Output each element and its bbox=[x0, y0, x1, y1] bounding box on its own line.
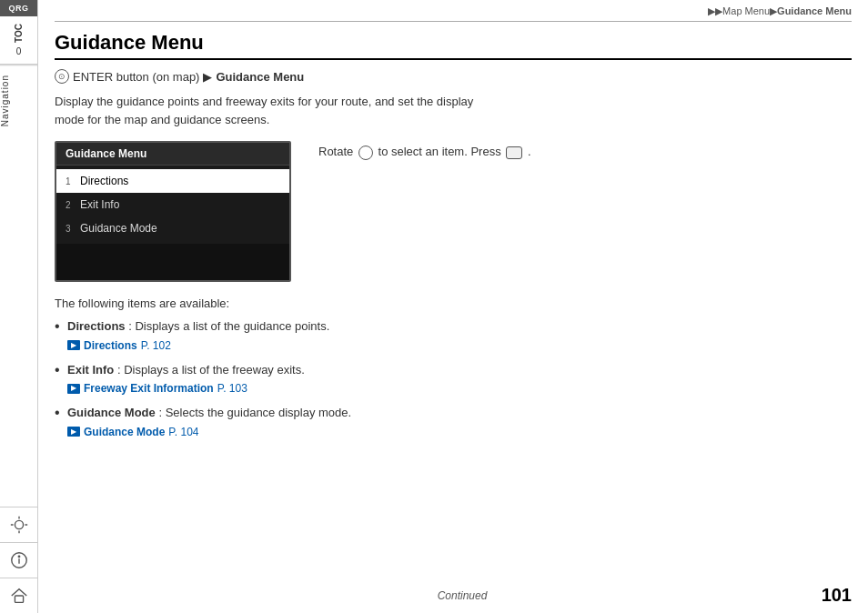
sidebar: QRG TOC 0 Navigation bbox=[0, 0, 38, 613]
link-text-guidance-mode[interactable]: Guidance Mode bbox=[84, 424, 165, 440]
page-ref-guidance-mode: P. 104 bbox=[168, 424, 198, 440]
list-item-exit-info: • Exit Info : Displays a list of the fre… bbox=[55, 361, 852, 397]
enter-bold: Guidance Menu bbox=[216, 70, 304, 84]
menu-items-list: 1 Directions 2 Exit Info 3 Guidance Mode bbox=[56, 166, 289, 244]
link-text-exit-info[interactable]: Freeway Exit Information bbox=[84, 380, 214, 397]
link-icon-guidance-mode: ▶ bbox=[67, 427, 80, 437]
list-item-guidance-mode: • Guidance Mode : Selects the guidance d… bbox=[55, 404, 852, 440]
breadcrumb-text: ▶▶Map Menu▶Guidance Menu bbox=[708, 5, 852, 16]
svg-point-3 bbox=[18, 556, 19, 557]
page-ref-directions: P. 102 bbox=[141, 337, 171, 354]
sidebar-icon-audio[interactable] bbox=[0, 507, 37, 542]
enter-arrow: ▶ bbox=[203, 70, 212, 84]
page-ref-exit-info: P. 103 bbox=[217, 380, 247, 397]
bullet-list: • Directions : Displays a list of the gu… bbox=[55, 317, 852, 440]
sidebar-toc-label: TOC bbox=[14, 24, 24, 43]
enter-label: ENTER button (on map) bbox=[73, 70, 199, 84]
page-title: Guidance Menu bbox=[55, 31, 852, 60]
rotate-instruction: Rotate to select an item. Press . bbox=[318, 141, 531, 160]
main-content: ▶▶Map Menu▶Guidance Menu Guidance Menu ⊙… bbox=[38, 0, 868, 613]
continued-text: Continued bbox=[109, 589, 815, 602]
rotate-mid: to select an item. Press bbox=[378, 145, 505, 158]
item-name-directions: Directions bbox=[67, 319, 126, 333]
enter-line: ⊙ ENTER button (on map) ▶ Guidance Menu bbox=[55, 69, 852, 84]
menu-item-3: 3 Guidance Mode bbox=[56, 216, 289, 240]
page-number: 101 bbox=[815, 585, 852, 606]
sidebar-toc-num: 0 bbox=[16, 46, 22, 56]
item-desc-guidance-mode: : Selects the guidance display mode. bbox=[158, 406, 351, 419]
press-icon bbox=[506, 146, 522, 159]
menu-footer bbox=[56, 244, 289, 280]
item-desc-directions: : Displays a list of the guidance points… bbox=[128, 319, 329, 333]
item-desc-exit-info: : Displays a list of the freeway exits. bbox=[117, 363, 305, 377]
menu-screenshot: Guidance Menu 1 Directions 2 Exit Info 3… bbox=[55, 141, 291, 282]
enter-button-icon: ⊙ bbox=[55, 69, 69, 84]
items-intro: The following items are available: bbox=[55, 296, 852, 310]
sidebar-qrg-label: QRG bbox=[0, 0, 37, 16]
menu-screenshot-title: Guidance Menu bbox=[56, 143, 289, 166]
link-line-exit-info: ▶ Freeway Exit Information P. 103 bbox=[67, 380, 852, 397]
bullet-content-2: Exit Info : Displays a list of the freew… bbox=[67, 361, 852, 397]
content-area: Guidance Menu ⊙ ENTER button (on map) ▶ … bbox=[38, 22, 868, 578]
link-icon-directions: ▶ bbox=[67, 340, 80, 350]
sidebar-icon-home[interactable] bbox=[0, 578, 37, 613]
description-text: Display the guidance points and freeway … bbox=[55, 93, 491, 128]
bottom-bar: Continued 101 bbox=[38, 578, 868, 613]
sidebar-nav-label: Navigation bbox=[0, 65, 37, 136]
svg-point-0 bbox=[15, 520, 23, 528]
rotate-icon bbox=[358, 146, 373, 160]
item-name-guidance-mode: Guidance Mode bbox=[67, 406, 156, 419]
rotate-label: Rotate bbox=[318, 145, 357, 158]
bullet-content-3: Guidance Mode : Selects the guidance dis… bbox=[67, 404, 852, 440]
link-text-directions[interactable]: Directions bbox=[84, 337, 137, 354]
breadcrumb: ▶▶Map Menu▶Guidance Menu bbox=[38, 0, 868, 21]
menu-item-1: 1 Directions bbox=[56, 169, 289, 193]
menu-item-2: 2 Exit Info bbox=[56, 193, 289, 216]
bullet-content-1: Directions : Displays a list of the guid… bbox=[67, 317, 852, 354]
bullet-dot-2: • bbox=[55, 361, 67, 380]
rotate-end: . bbox=[528, 145, 531, 158]
item-name-exit-info: Exit Info bbox=[67, 363, 114, 377]
list-item-directions: • Directions : Displays a list of the gu… bbox=[55, 317, 852, 354]
bullet-dot-3: • bbox=[55, 404, 67, 423]
link-icon-exit-info: ▶ bbox=[67, 384, 80, 394]
two-column-section: Guidance Menu 1 Directions 2 Exit Info 3… bbox=[55, 141, 852, 282]
bullet-dot-1: • bbox=[55, 317, 67, 337]
svg-rect-4 bbox=[15, 596, 23, 602]
sidebar-icon-info[interactable] bbox=[0, 542, 37, 578]
link-line-directions: ▶ Directions P. 102 bbox=[67, 337, 852, 354]
link-line-guidance-mode: ▶ Guidance Mode P. 104 bbox=[67, 424, 852, 440]
